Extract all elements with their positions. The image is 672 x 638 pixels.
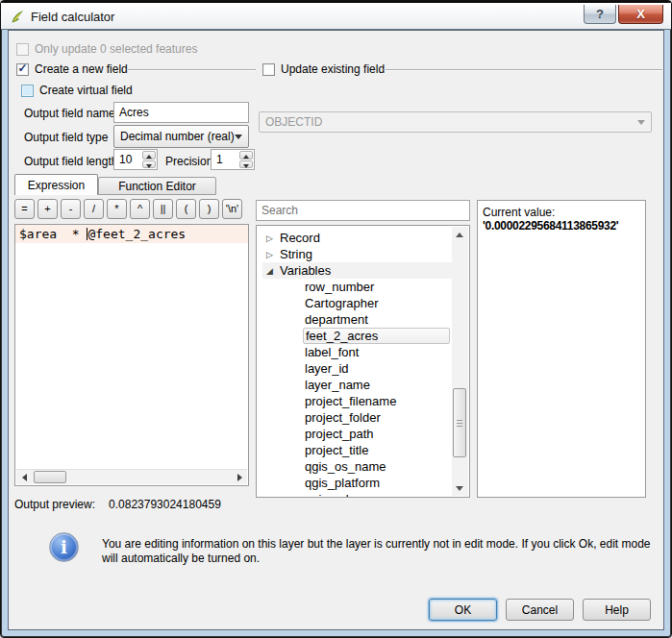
spin-up-icon [146, 155, 152, 159]
checkbox-update-existing-field[interactable]: Update existing field [262, 62, 385, 76]
precision-label: Precision [165, 155, 212, 168]
scrollbar-thumb[interactable] [453, 388, 466, 457]
spin-down-icon [146, 164, 152, 168]
checkbox-label: Create virtual field [39, 84, 133, 97]
field-calculator-dialog: Field calculator ? X Only update 0 selec… [0, 0, 672, 638]
checkmark-icon: ✓ [17, 63, 27, 73]
expander-collapsed-icon[interactable]: ▷ [266, 233, 280, 243]
operator-power-button[interactable]: ^ [130, 199, 150, 219]
tab-function-editor[interactable]: Function Editor [98, 177, 216, 195]
edit-mode-info-message: You are editing information on this laye… [102, 537, 652, 566]
tree-group-record[interactable]: ▷ Record [262, 230, 452, 246]
spin-down-button[interactable] [142, 160, 156, 169]
titlebar-help-button[interactable]: ? [584, 5, 616, 24]
dialog-body: Only update 0 selected features ✓ Create… [8, 30, 664, 630]
tree-item-qgis-release-name[interactable]: qgis_release_name [262, 491, 452, 498]
output-field-type-value: Decimal number (real) [120, 130, 235, 143]
operator-minus-button[interactable]: - [61, 199, 81, 219]
output-field-length-label: Output field length [24, 155, 117, 168]
output-preview-label: Output preview: [14, 498, 95, 511]
tree-item-label-font[interactable]: label_font [262, 344, 452, 360]
tree-group-string[interactable]: ▷ String [262, 246, 452, 262]
operator-concat-button[interactable]: || [153, 199, 173, 219]
tree-item-layer-name[interactable]: layer_name [262, 377, 452, 393]
scroll-right-icon [237, 474, 242, 481]
tab-expression[interactable]: Expression [14, 174, 98, 195]
tree-item-project-filename[interactable]: project_filename [262, 393, 452, 409]
expression-editor[interactable]: $area * @feet_2_acres [14, 224, 249, 486]
output-field-type-combo[interactable]: Decimal number (real) [113, 125, 249, 148]
dropdown-arrow-icon [235, 135, 242, 139]
operator-equals-button[interactable]: = [14, 199, 35, 219]
tree-vertical-scrollbar[interactable] [452, 227, 468, 496]
operator-close-paren-button[interactable]: ) [199, 199, 219, 219]
expander-expanded-icon[interactable]: ◢ [266, 266, 280, 276]
expander-collapsed-icon[interactable]: ▷ [266, 250, 280, 259]
operator-plus-button[interactable]: + [37, 199, 58, 219]
tree-item-row-number[interactable]: row_number [262, 279, 452, 295]
window-title: Field calculator [31, 10, 114, 24]
checkbox-label: Only update 0 selected features [35, 42, 197, 56]
expression-horizontal-scrollbar[interactable] [16, 469, 247, 484]
close-icon: X [636, 7, 645, 21]
title-bar[interactable]: Field calculator ? X [1, 1, 671, 30]
tree-group-label: Variables [280, 263, 331, 278]
scroll-right-button[interactable] [232, 470, 247, 484]
scroll-up-button[interactable] [452, 227, 467, 242]
output-field-name-label: Output field name [24, 107, 115, 120]
checkbox-create-new-field[interactable]: ✓ Create a new field [16, 62, 128, 76]
tree-item-qgis-platform[interactable]: qgis_platform [262, 475, 452, 491]
checkbox-box[interactable]: ✓ [16, 63, 29, 76]
spin-up-button[interactable] [239, 151, 253, 160]
checkbox-label: Update existing field [281, 62, 385, 76]
dropdown-arrow-icon [637, 120, 645, 125]
checkbox-create-virtual-field[interactable]: Create virtual field [21, 84, 133, 97]
checkbox-only-update-selected: Only update 0 selected features [16, 42, 197, 56]
scroll-up-icon [456, 233, 463, 237]
cancel-button[interactable]: Cancel [506, 599, 574, 621]
operator-multiply-button[interactable]: * [107, 199, 127, 219]
expression-text[interactable]: $area * @feet_2_acres [15, 225, 248, 243]
checkbox-box[interactable] [21, 85, 34, 97]
operator-divide-button[interactable]: / [84, 199, 104, 219]
scroll-down-button[interactable] [452, 480, 467, 496]
tree-item-layer-id[interactable]: layer_id [262, 360, 452, 377]
output-field-length-spinner[interactable]: 10 [113, 149, 158, 170]
tree-item-cartographer[interactable]: Cartographer [262, 295, 452, 311]
existing-field-value: OBJECTID [265, 115, 637, 129]
tree-item-project-title[interactable]: project_title [262, 442, 452, 458]
output-field-name-input[interactable] [113, 102, 249, 123]
thumb-grip [457, 423, 462, 424]
precision-spinner[interactable]: 1 [211, 149, 255, 170]
help-button[interactable]: Help [583, 599, 651, 621]
tab-label: Function Editor [118, 180, 196, 193]
help-icon: ? [596, 7, 604, 21]
tree-item-department[interactable]: department [262, 311, 452, 328]
titlebar-close-button[interactable]: X [618, 5, 663, 24]
operator-newline-button[interactable]: '\n' [222, 199, 242, 219]
spin-up-icon [243, 155, 249, 159]
operator-open-paren-button[interactable]: ( [176, 199, 196, 219]
scroll-left-icon [22, 474, 27, 481]
group-divider [128, 69, 256, 71]
ok-button[interactable]: OK [429, 599, 497, 621]
spin-down-button[interactable] [239, 160, 253, 169]
scroll-left-button[interactable] [16, 470, 32, 484]
spinner-value: 10 [114, 150, 141, 169]
tree-item-qgis-os-name[interactable]: qgis_os_name [262, 458, 452, 475]
tree-item-feet-2-acres-selected[interactable]: feet_2_acres [303, 328, 450, 344]
current-value-text: '0.00002295684113865932' [483, 219, 640, 233]
function-tree[interactable]: ▷ Record ▷ String ◢ Variables row_number… [256, 225, 470, 498]
search-input[interactable] [256, 200, 470, 221]
group-divider [386, 69, 662, 71]
checkbox-box[interactable] [262, 63, 275, 76]
tree-group-label: Record [280, 231, 320, 245]
tree-item-project-path[interactable]: project_path [262, 426, 452, 442]
output-field-type-label: Output field type [24, 131, 108, 144]
spinner-value: 1 [212, 150, 238, 169]
tree-group-variables[interactable]: ◢ Variables [262, 262, 452, 279]
tree-item-project-folder[interactable]: project_folder [262, 409, 452, 426]
scrollbar-thumb[interactable] [34, 471, 66, 483]
spin-up-button[interactable] [142, 151, 156, 160]
qgis-logo-icon [10, 10, 25, 25]
